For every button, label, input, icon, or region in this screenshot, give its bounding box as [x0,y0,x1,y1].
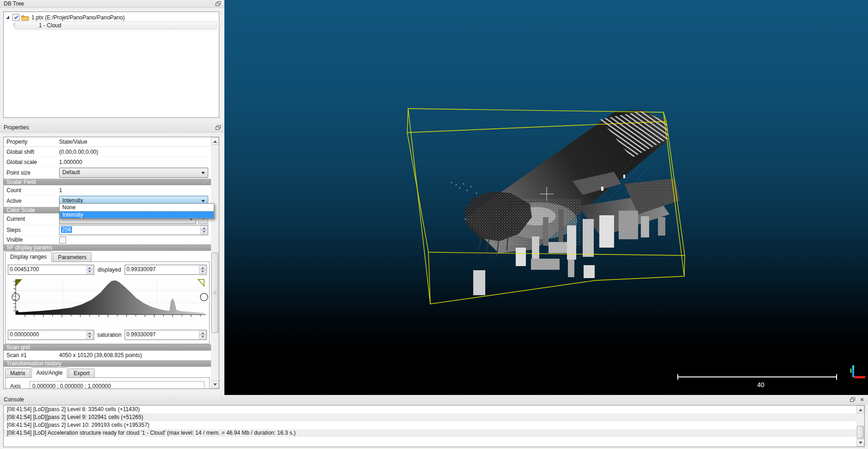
property-label: Active [4,198,59,204]
scroll-down-button[interactable] [211,381,219,388]
displayed-label: displayed [94,267,125,273]
console-scrollbar[interactable] [856,406,864,447]
gl-viewport[interactable]: 40 [224,0,868,395]
scroll-down-button[interactable] [856,439,864,447]
scrollbar-thumb[interactable] [857,426,864,438]
property-label: Global scale [4,159,59,165]
max-saturation-handle[interactable] [200,293,208,301]
chevron-down-icon [201,172,205,176]
scroll-up-button[interactable] [856,406,864,413]
properties-table: Property State/Value Global shift (0.00;… [4,137,211,388]
properties-scrollbar[interactable] [211,137,219,388]
point-size-combobox[interactable]: Default [59,168,208,178]
section-scalar-field: Scalar Field [4,179,211,185]
console-line: [08:41:54] [LoD][pass 2] Level 8: 33540 … [4,406,856,413]
db-tree-title: DB Tree [0,0,215,7]
close-panel-button[interactable]: ✕ [859,397,865,402]
combobox-value: Default [62,169,80,176]
section-transformation-history: Transformation history [4,360,211,367]
console-title: Console [0,396,850,403]
display-range-row: 0.00451700 displayed 0.99330097 [8,265,207,275]
property-label: Scan #1 [4,352,59,358]
db-tree-panel[interactable]: 1.ptx (E:/Projet/PanoPano/PanoPano) 1 - … [3,12,219,118]
tab-export[interactable]: Export [68,369,95,377]
tab-display-ranges[interactable]: Display ranges [5,251,52,262]
scrollbar-thumb[interactable] [211,253,218,333]
float-panel-button[interactable] [215,1,222,6]
spin-up-button[interactable] [86,266,93,270]
combobox-value: Intensity [62,197,83,204]
property-value: 1.000000 [59,159,211,165]
console-panel[interactable]: [08:41:54] [LoD][pass 2] Level 8: 33540 … [3,405,865,447]
min-range-marker[interactable] [16,279,22,286]
property-value: 4050 x 10120 (39,608,925 points) [59,352,211,358]
spin-down-button[interactable] [200,230,207,234]
spin-up-button[interactable] [200,226,207,230]
display-ranges-pane: 0.00451700 displayed 0.99330097 [5,261,210,344]
active-sf-dropdown: None Intensity [59,203,214,219]
property-label: Steps [4,227,59,233]
property-label: Current [4,216,59,222]
dropdown-option-intensity[interactable]: Intensity [60,211,214,218]
axis-angle-pane: Axis 0.000000 ; 0.000000 ; 1.000000 [5,377,210,389]
point-cloud [451,110,680,295]
spin-up-button[interactable] [199,331,206,335]
section-scan-grid: Scan grid [4,344,211,351]
spin-up-button[interactable] [86,331,93,335]
row-count: Count 1 [4,185,211,195]
axis-label: Axis [6,383,30,389]
saturation-min-spinbox[interactable]: 0.00000000 [8,330,94,340]
spin-down-button[interactable] [199,335,206,339]
display-min-value: 0.00451700 [10,266,39,273]
console-header: Console ✕ [0,395,868,405]
tree-item-file[interactable]: 1.ptx (E:/Projet/PanoPano/PanoPano) [4,13,219,21]
check-icon [14,15,18,20]
console-line: [08:41:54] [LoD][pass 2] Level 9: 102941… [4,413,856,421]
saturation-max-value: 0.99330097 [127,331,156,338]
row-steps: Steps 256 [4,225,211,236]
scale-bar-label: 40 [757,381,765,388]
saturation-min-value: 0.00000000 [10,331,39,338]
console-line: [08:41:54] [LoD][pass 2] Level 10: 29919… [4,421,856,429]
row-scan: Scan #1 4050 x 10120 (39,608,925 points) [4,351,211,360]
axis-value-input[interactable]: 0.000000 ; 0.000000 ; 1.000000 [30,381,205,389]
table-header-row: Property State/Value [4,137,211,147]
max-range-marker[interactable] [198,279,204,286]
column-property: Property [4,139,59,145]
float-icon [216,1,221,6]
tab-matrix[interactable]: Matrix [5,369,30,377]
display-max-spinbox[interactable]: 0.99330097 [125,265,207,275]
visible-checkbox[interactable] [59,237,66,243]
figure-speck [601,187,603,191]
scale-bar: 40 [678,374,837,388]
properties-panel: Property State/Value Global shift (0.00;… [3,137,219,389]
property-label: Visible [4,237,59,243]
spin-down-button[interactable] [86,335,93,339]
display-min-spinbox[interactable]: 0.00451700 [8,265,94,275]
tree-item-label: 1 - Cloud [39,22,61,29]
property-value: 1 [59,187,211,194]
tab-parameters[interactable]: Parameters [53,253,91,261]
expand-collapse-icon[interactable] [5,15,11,20]
property-label: Count [4,187,59,194]
cloudcompare-window: DB Tree 1.ptx (E:/Pro [0,0,868,449]
section-sf-display: SF display params [4,244,211,251]
axis-gizmo-icon [850,365,865,378]
dropdown-option-none[interactable]: None [60,204,214,211]
properties-header: Properties [0,123,224,133]
tab-axis-angle[interactable]: Axis/Angle [31,367,68,378]
visibility-checkbox[interactable] [12,14,19,21]
sf-histogram[interactable] [6,278,208,327]
float-panel-button[interactable] [215,125,222,130]
steps-value: 256 [61,226,72,233]
scroll-up-button[interactable] [211,137,219,145]
saturation-max-spinbox[interactable]: 0.99330097 [125,330,207,340]
tree-item-cloud[interactable]: 1 - Cloud [4,21,219,29]
float-panel-button[interactable] [850,397,856,402]
spin-down-button[interactable] [199,270,206,274]
tree-item-label: 1.ptx (E:/Projet/PanoPano/PanoPano) [31,14,125,21]
scatter-points [451,182,477,194]
spin-down-button[interactable] [86,270,93,274]
steps-spinbox[interactable]: 256 [59,225,208,235]
spin-up-button[interactable] [199,266,206,270]
